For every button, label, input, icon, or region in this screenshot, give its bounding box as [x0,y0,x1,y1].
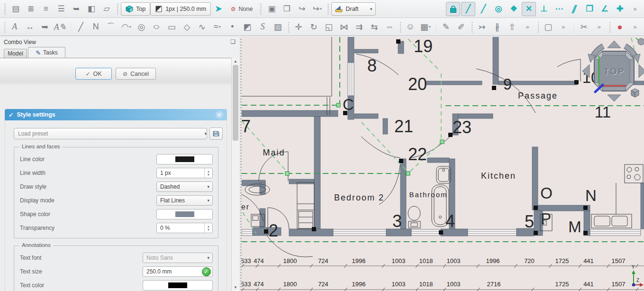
style-settings-header[interactable]: ✓ Style settings « [5,109,227,120]
working-plane-button[interactable]: Top [121,2,150,16]
snap-lock-icon[interactable] [446,2,460,16]
navcube-down-arrow[interactable] [608,95,621,101]
draft-to-sketch-icon[interactable]: ✎ [439,20,453,34]
facebinder-icon[interactable]: ◩ [240,20,254,34]
cancel-button[interactable]: ⊘ Cancel [116,68,156,80]
text-size-control[interactable]: 250.0 mm✓ [143,266,213,277]
working-plane-proxy-icon[interactable]: ▱ [100,2,114,16]
snap-perpendicular-icon[interactable]: ⊥ [537,2,551,16]
snap-grid-icon[interactable]: ✚ [613,2,627,16]
heal-icon[interactable]: ➤ [211,2,226,16]
snap-extension-icon[interactable]: ❐ [582,2,597,16]
annotation-styles-icon[interactable]: A✎ [53,20,67,34]
polyline-icon[interactable]: N [89,20,103,34]
move-to-group-icon[interactable]: ➥ [69,2,83,16]
tab-tasks[interactable]: ✎ Tasks [28,47,65,58]
array-icon[interactable]: ▦▾ [418,20,433,34]
text-icon[interactable]: A [8,20,22,34]
line-icon[interactable]: ╱ [73,20,88,34]
polygon-icon[interactable]: ◇ [180,20,194,34]
snap-midpoint-icon[interactable]: ╱ [476,2,490,16]
shape-color-control[interactable] [156,209,213,219]
navcube-up-arrow[interactable] [608,41,621,48]
scale-icon[interactable]: ◱ [322,20,336,34]
selection-box-icon[interactable]: ▢ [541,20,555,34]
snap-parallel-icon[interactable]: ∥ [567,2,581,16]
text-font-control[interactable]: Noto Sans▾ [143,253,213,263]
upgrade-icon[interactable]: ⇧ [505,20,519,34]
snap-near-icon[interactable]: ⋯ [552,2,566,16]
circle-icon[interactable]: ◎ [134,20,148,34]
shape-icon[interactable]: ▣ [264,2,279,16]
tab-model[interactable]: Model [4,49,27,58]
export-icon[interactable]: ↪ [295,2,309,16]
line-color-control[interactable] [156,154,213,164]
scroll-down-icon[interactable]: ▼ [232,285,239,290]
export-alt-icon[interactable]: ↪▾ [310,2,324,16]
point-icon[interactable]: • [225,20,239,34]
offset-icon[interactable]: ⇉ [352,20,366,34]
3d-viewport[interactable]: 78192091011C2123222345PMONMaidPassageKit… [242,37,644,291]
layer-group-icon[interactable]: ≡ [39,2,53,16]
layers-icon[interactable]: ▤ [9,2,23,16]
join-icon[interactable]: ↣ [475,20,489,34]
sketch-to-draft-icon[interactable]: ✐ [454,20,468,34]
selection-overflow-icon[interactable]: » [556,20,571,34]
rectangle-icon[interactable]: ▭ [164,20,179,34]
spin-buttons[interactable]: ▲▼ [204,168,212,178]
cut-icon[interactable]: ✂ [577,20,591,34]
undock-icon[interactable]: ❏ [230,38,236,45]
lines-and-faces-group: Lines and faces Line colorLine width1 px… [14,147,218,238]
snap-endpoint-icon[interactable]: ╱ [461,2,475,16]
hatch-icon[interactable]: ▨ [271,20,285,34]
panel-scrollbar[interactable]: ▲ ▼ [231,58,239,291]
line-style-button[interactable]: 1px | 250.0 mm [150,2,211,16]
record-macro-icon[interactable]: ● [613,20,627,34]
fillet-icon[interactable]: ⌒ [104,20,118,34]
edit-overflow-icon[interactable]: » [592,20,606,34]
bspline-icon[interactable]: ∿ [195,20,209,34]
snap-center-icon[interactable]: ◎ [491,2,506,16]
select-group-icon[interactable]: ◧ [84,2,99,16]
display-mode-control[interactable]: Flat Lines▾ [156,195,213,206]
save-preset-button[interactable] [209,127,223,140]
rotate-icon[interactable]: ↻ [307,20,321,34]
clone-icon[interactable]: ☺ [403,20,417,34]
toolbar-overflow-icon[interactable]: » [628,2,642,16]
folder-icon[interactable]: ❒ [280,2,294,16]
trimex-icon[interactable]: ⇆ [367,20,381,34]
snap-special-icon[interactable]: ∠ [598,2,612,16]
prohibition-icon: ⊘ [231,5,236,12]
dimension-icon[interactable]: ↔ [23,20,37,34]
draw-style-control[interactable]: Dashed▾ [156,182,213,192]
move-icon[interactable]: ✛ [291,20,306,34]
label-icon[interactable]: ➥ [38,20,52,34]
stretch-icon[interactable]: ⇔ [382,20,397,34]
ellipse-icon[interactable]: ○ [149,20,163,34]
transparency-control[interactable]: 0 %▲▼ [156,223,213,233]
spin-buttons[interactable]: ▲▼ [204,223,212,233]
mirror-icon[interactable]: ⋈ [337,20,351,34]
split-icon[interactable]: ∦ [490,20,504,34]
layer-manager-icon[interactable]: ☰ [54,2,68,16]
workbench-selector[interactable]: Draft▾ [331,2,376,16]
shapestring-icon[interactable]: S [255,20,270,34]
navcube-sphere[interactable] [638,38,644,45]
navcube-iso-cube[interactable] [631,89,639,97]
navcube-right-arrow[interactable] [639,64,644,78]
ok-button[interactable]: ✓ OK [75,68,112,80]
modify-overflow-icon[interactable]: » [520,20,535,34]
scroll-up-icon[interactable]: ▲ [232,59,239,64]
text-color-control[interactable] [143,280,213,291]
collapse-icon[interactable]: « [216,111,223,118]
autogroup-button[interactable]: ⊘None [226,2,257,16]
line-width-control[interactable]: 1 px▲▼ [156,168,213,178]
arc-icon[interactable]: ◠▾ [119,20,133,34]
load-preset-combo[interactable]: Load preset ▾ [14,128,207,139]
scrollbar-thumb[interactable] [233,65,238,141]
bezier-icon[interactable]: ≈▾ [210,20,224,34]
macro-overflow-icon[interactable]: » [628,20,642,34]
snap-intersection-icon[interactable]: ✕ [522,2,536,16]
snap-angle-icon[interactable]: ❖ [507,2,521,16]
add-layer-icon[interactable]: ≣ [24,2,38,16]
